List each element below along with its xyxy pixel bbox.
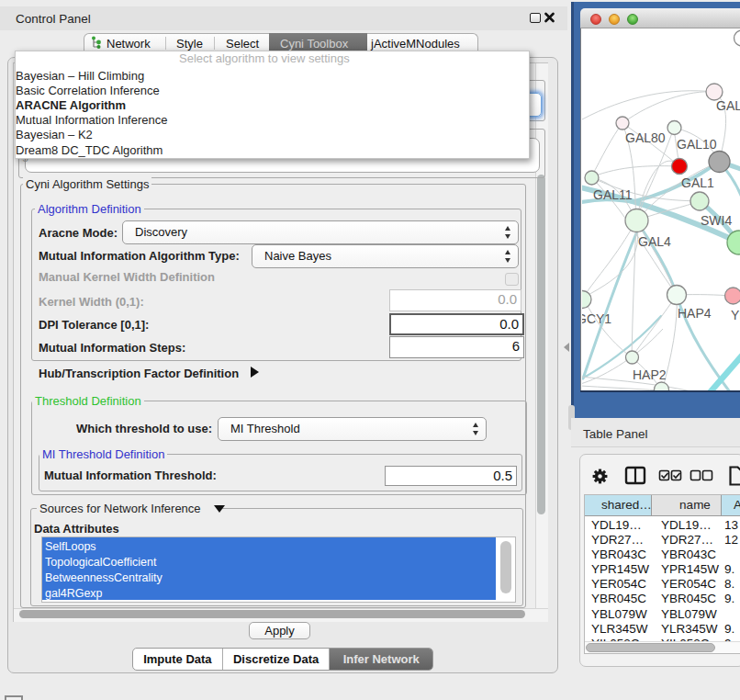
svg-text:HAP2: HAP2 — [633, 367, 667, 382]
svg-text:GAL11: GAL11 — [593, 187, 633, 202]
svg-text:GAL80: GAL80 — [625, 130, 666, 145]
svg-text:GAL1: GAL1 — [681, 175, 714, 190]
svg-text:GCY1: GCY1 — [582, 311, 611, 326]
svg-text:YEL: YEL — [731, 308, 740, 322]
svg-text:GAL10: GAL10 — [677, 137, 717, 152]
svg-text:HAP4: HAP4 — [678, 306, 712, 321]
svg-text:GAL4: GAL4 — [638, 234, 671, 249]
svg-text:SWI4: SWI4 — [701, 213, 732, 228]
svg-text:GAL2: GAL2 — [716, 98, 740, 113]
